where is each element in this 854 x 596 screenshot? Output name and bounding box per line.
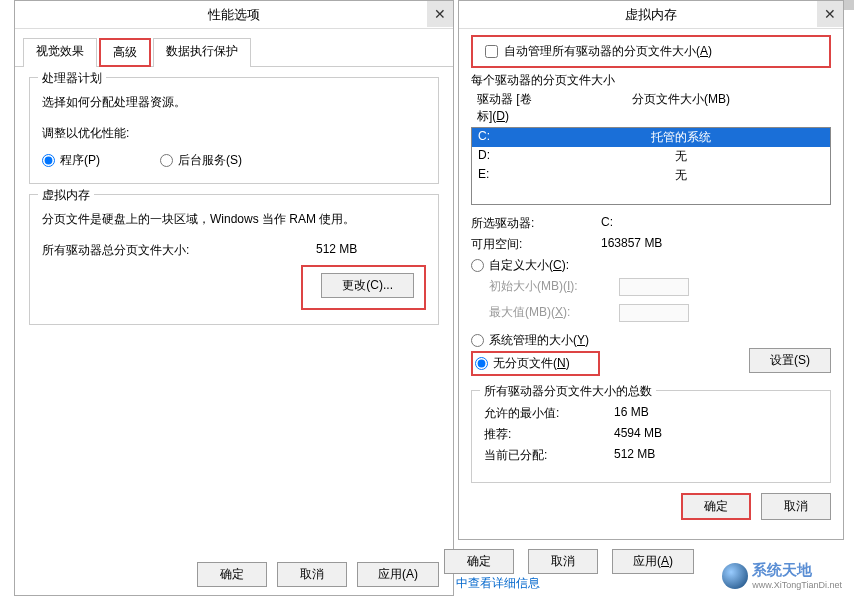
recommended-value: 4594 MB	[614, 426, 662, 443]
total-size-value: 512 MB	[316, 242, 426, 259]
radio-programs[interactable]: 程序(P)	[42, 152, 100, 169]
radio-no-paging-label: 无分页文件(N)	[493, 355, 570, 372]
drive-size: 无	[538, 167, 824, 184]
titlebar: 虚拟内存 ✕	[459, 1, 843, 29]
size-col-header: 分页文件大小(MB)	[537, 91, 825, 125]
parent-apply-button[interactable]: 应用(A)	[612, 549, 694, 574]
drive-row-c[interactable]: C: 托管的系统	[472, 128, 830, 147]
virtual-memory-group: 虚拟内存 分页文件是硬盘上的一块区域，Windows 当作 RAM 使用。 所有…	[29, 194, 439, 325]
drive-size: 无	[538, 148, 824, 165]
free-space-label: 可用空间:	[471, 236, 601, 253]
set-button[interactable]: 设置(S)	[749, 348, 831, 373]
auto-manage-input[interactable]	[485, 45, 498, 58]
group-title: 处理器计划	[38, 70, 106, 87]
performance-options-window: 性能选项 ✕ 视觉效果 高级 数据执行保护 处理器计划 选择如何分配处理器资源。…	[14, 0, 454, 596]
initial-size-input	[619, 278, 689, 296]
recommended-label: 推荐:	[484, 426, 614, 443]
drive-row-d[interactable]: D: 无	[472, 147, 830, 166]
change-button[interactable]: 更改(C)...	[321, 273, 414, 298]
processor-scheduling-group: 处理器计划 选择如何分配处理器资源。 调整以优化性能: 程序(P) 后台服务(S…	[29, 77, 439, 184]
radio-system-input[interactable]	[471, 334, 484, 347]
radio-custom-size[interactable]: 自定义大小(C):	[471, 257, 831, 274]
apply-button[interactable]: 应用(A)	[357, 562, 439, 587]
parent-ok-button[interactable]: 确定	[444, 549, 514, 574]
group-title: 虚拟内存	[38, 187, 94, 204]
drive-name: D:	[478, 148, 538, 165]
drive-row-e[interactable]: E: 无	[472, 166, 830, 185]
drive-list-header: 驱动器 [卷标](D) 分页文件大小(MB)	[471, 89, 831, 127]
auto-manage-label: 自动管理所有驱动器的分页文件大小(A)	[504, 43, 712, 60]
window-title: 性能选项	[208, 6, 260, 24]
cpu-desc: 选择如何分配处理器资源。	[42, 94, 426, 111]
tab-visual-effects[interactable]: 视觉效果	[23, 38, 97, 67]
initial-size-label: 初始大小(MB)(I):	[489, 278, 619, 296]
drive-col-header: 驱动器 [卷标](D)	[477, 91, 537, 125]
total-size-label: 所有驱动器总分页文件大小:	[42, 242, 316, 259]
radio-programs-input[interactable]	[42, 154, 55, 167]
close-button[interactable]: ✕	[817, 1, 843, 27]
logo-url: www.XiTongTianDi.net	[752, 580, 842, 590]
radio-no-paging-input[interactable]	[475, 357, 488, 370]
totals-group: 所有驱动器分页文件大小的总数 允许的最小值:16 MB 推荐:4594 MB 当…	[471, 390, 831, 483]
ok-button[interactable]: 确定	[681, 493, 751, 520]
current-alloc-label: 当前已分配:	[484, 447, 614, 464]
selected-drive-label: 所选驱动器:	[471, 215, 601, 232]
radio-system-label: 系统管理的大小(Y)	[489, 332, 589, 349]
min-allowed-value: 16 MB	[614, 405, 649, 422]
min-allowed-label: 允许的最小值:	[484, 405, 614, 422]
parent-cancel-button[interactable]: 取消	[528, 549, 598, 574]
dialog-buttons: 确定 取消	[471, 489, 831, 524]
cancel-button[interactable]: 取消	[277, 562, 347, 587]
window-title: 虚拟内存	[625, 6, 677, 24]
close-button[interactable]: ✕	[427, 1, 453, 27]
drive-size: 托管的系统	[538, 129, 824, 146]
radio-no-paging[interactable]: 无分页文件(N)	[475, 355, 570, 372]
radio-system-managed[interactable]: 系统管理的大小(Y)	[471, 332, 749, 349]
adjust-label: 调整以优化性能:	[42, 125, 426, 142]
radio-programs-label: 程序(P)	[60, 152, 100, 169]
watermark-logo: 系统天地 www.XiTongTianDi.net	[722, 561, 842, 590]
drive-list[interactable]: C: 托管的系统 D: 无 E: 无	[471, 127, 831, 205]
virtual-memory-window: 虚拟内存 ✕ 自动管理所有驱动器的分页文件大小(A) 每个驱动器的分页文件大小 …	[458, 0, 844, 540]
logo-icon	[722, 563, 748, 589]
cancel-button[interactable]: 取消	[761, 493, 831, 520]
ok-button[interactable]: 确定	[197, 562, 267, 587]
drive-name: C:	[478, 129, 538, 146]
per-drive-label: 每个驱动器的分页文件大小	[471, 72, 831, 89]
radio-background[interactable]: 后台服务(S)	[160, 152, 242, 169]
parent-dialog-buttons: 确定 取消 应用(A)	[444, 549, 694, 574]
max-size-label: 最大值(MB)(X):	[489, 304, 619, 322]
dialog-buttons: 确定 取消 应用(A)	[15, 554, 453, 595]
vm-desc: 分页文件是硬盘上的一块区域，Windows 当作 RAM 使用。	[42, 211, 426, 228]
details-link[interactable]: 中查看详细信息	[456, 575, 540, 592]
radio-background-label: 后台服务(S)	[178, 152, 242, 169]
auto-manage-checkbox[interactable]: 自动管理所有驱动器的分页文件大小(A)	[477, 39, 825, 64]
tab-dep[interactable]: 数据执行保护	[153, 38, 251, 67]
tab-strip: 视觉效果 高级 数据执行保护	[15, 29, 453, 67]
radio-background-input[interactable]	[160, 154, 173, 167]
radio-custom-label: 自定义大小(C):	[489, 257, 569, 274]
group-title: 所有驱动器分页文件大小的总数	[480, 383, 656, 400]
max-size-input	[619, 304, 689, 322]
drive-name: E:	[478, 167, 538, 184]
radio-custom-input[interactable]	[471, 259, 484, 272]
titlebar: 性能选项 ✕	[15, 1, 453, 29]
current-alloc-value: 512 MB	[614, 447, 655, 464]
logo-text: 系统天地	[752, 561, 842, 580]
tab-advanced[interactable]: 高级	[99, 38, 151, 67]
free-space-value: 163857 MB	[601, 236, 662, 253]
selected-drive-value: C:	[601, 215, 613, 232]
